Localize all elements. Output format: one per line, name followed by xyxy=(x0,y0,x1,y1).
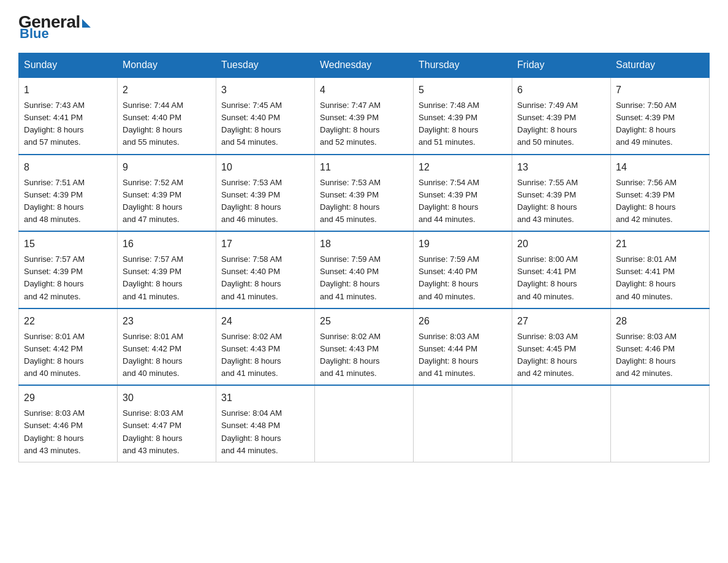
calendar-cell xyxy=(611,385,710,462)
calendar-cell: 25Sunrise: 8:02 AMSunset: 4:43 PMDayligh… xyxy=(315,308,414,386)
day-detail: Sunrise: 7:47 AMSunset: 4:39 PMDaylight:… xyxy=(320,99,408,149)
day-number: 24 xyxy=(221,314,309,329)
calendar-cell: 10Sunrise: 7:53 AMSunset: 4:39 PMDayligh… xyxy=(216,155,315,232)
day-detail: Sunrise: 7:57 AMSunset: 4:39 PMDaylight:… xyxy=(123,253,211,303)
day-detail: Sunrise: 8:03 AMSunset: 4:46 PMDaylight:… xyxy=(616,331,704,380)
day-detail: Sunrise: 7:59 AMSunset: 4:40 PMDaylight:… xyxy=(320,253,408,303)
weekday-header-thursday: Thursday xyxy=(414,53,512,78)
logo-blue-text: Blue xyxy=(20,26,49,42)
day-number: 27 xyxy=(517,314,605,329)
calendar-cell: 18Sunrise: 7:59 AMSunset: 4:40 PMDayligh… xyxy=(315,231,414,308)
calendar-cell: 9Sunrise: 7:52 AMSunset: 4:39 PMDaylight… xyxy=(118,155,216,232)
calendar-cell: 5Sunrise: 7:48 AMSunset: 4:39 PMDaylight… xyxy=(414,77,512,155)
day-number: 9 xyxy=(123,160,211,175)
logo: General General Blue xyxy=(18,12,91,42)
calendar-cell xyxy=(512,385,611,462)
day-detail: Sunrise: 7:48 AMSunset: 4:39 PMDaylight:… xyxy=(419,99,507,149)
calendar-cell: 3Sunrise: 7:45 AMSunset: 4:40 PMDaylight… xyxy=(216,77,315,155)
day-detail: Sunrise: 8:00 AMSunset: 4:41 PMDaylight:… xyxy=(517,253,605,303)
day-number: 11 xyxy=(320,160,408,175)
day-detail: Sunrise: 7:51 AMSunset: 4:39 PMDaylight:… xyxy=(24,177,112,226)
calendar-cell: 20Sunrise: 8:00 AMSunset: 4:41 PMDayligh… xyxy=(512,231,611,308)
calendar-week-1: 1Sunrise: 7:43 AMSunset: 4:41 PMDaylight… xyxy=(19,77,710,155)
calendar-cell: 28Sunrise: 8:03 AMSunset: 4:46 PMDayligh… xyxy=(611,308,710,386)
calendar-week-2: 8Sunrise: 7:51 AMSunset: 4:39 PMDaylight… xyxy=(19,155,710,232)
calendar-cell: 8Sunrise: 7:51 AMSunset: 4:39 PMDaylight… xyxy=(19,155,118,232)
weekday-header-saturday: Saturday xyxy=(611,53,710,78)
calendar-cell: 21Sunrise: 8:01 AMSunset: 4:41 PMDayligh… xyxy=(611,231,710,308)
day-detail: Sunrise: 7:53 AMSunset: 4:39 PMDaylight:… xyxy=(320,177,408,226)
day-number: 8 xyxy=(24,160,112,175)
calendar-cell xyxy=(414,385,512,462)
calendar-cell: 14Sunrise: 7:56 AMSunset: 4:39 PMDayligh… xyxy=(611,155,710,232)
day-number: 21 xyxy=(616,237,704,251)
day-detail: Sunrise: 7:52 AMSunset: 4:39 PMDaylight:… xyxy=(123,177,211,226)
calendar-cell: 15Sunrise: 7:57 AMSunset: 4:39 PMDayligh… xyxy=(19,231,118,308)
day-number: 20 xyxy=(517,237,605,251)
day-detail: Sunrise: 8:01 AMSunset: 4:42 PMDaylight:… xyxy=(24,331,112,380)
day-detail: Sunrise: 7:49 AMSunset: 4:39 PMDaylight:… xyxy=(517,99,605,149)
day-number: 31 xyxy=(221,391,309,405)
day-number: 12 xyxy=(419,160,507,175)
weekday-header-sunday: Sunday xyxy=(19,53,118,78)
calendar-cell: 13Sunrise: 7:55 AMSunset: 4:39 PMDayligh… xyxy=(512,155,611,232)
day-detail: Sunrise: 7:44 AMSunset: 4:40 PMDaylight:… xyxy=(123,99,211,149)
calendar-cell: 4Sunrise: 7:47 AMSunset: 4:39 PMDaylight… xyxy=(315,77,414,155)
day-detail: Sunrise: 7:54 AMSunset: 4:39 PMDaylight:… xyxy=(419,177,507,226)
day-number: 4 xyxy=(320,83,408,98)
day-detail: Sunrise: 8:03 AMSunset: 4:45 PMDaylight:… xyxy=(517,331,605,380)
day-detail: Sunrise: 8:03 AMSunset: 4:44 PMDaylight:… xyxy=(419,331,507,380)
day-number: 29 xyxy=(24,391,112,405)
weekday-header-monday: Monday xyxy=(118,53,216,78)
day-detail: Sunrise: 7:45 AMSunset: 4:40 PMDaylight:… xyxy=(221,99,309,149)
day-detail: Sunrise: 8:03 AMSunset: 4:47 PMDaylight:… xyxy=(123,407,211,457)
calendar-table: SundayMondayTuesdayWednesdayThursdayFrid… xyxy=(18,53,710,462)
day-number: 17 xyxy=(221,237,309,251)
calendar-cell: 12Sunrise: 7:54 AMSunset: 4:39 PMDayligh… xyxy=(414,155,512,232)
calendar-cell: 7Sunrise: 7:50 AMSunset: 4:39 PMDaylight… xyxy=(611,77,710,155)
day-number: 18 xyxy=(320,237,408,251)
weekday-header-wednesday: Wednesday xyxy=(315,53,414,78)
calendar-cell: 6Sunrise: 7:49 AMSunset: 4:39 PMDaylight… xyxy=(512,77,611,155)
calendar-cell: 24Sunrise: 8:02 AMSunset: 4:43 PMDayligh… xyxy=(216,308,315,386)
calendar-cell: 22Sunrise: 8:01 AMSunset: 4:42 PMDayligh… xyxy=(19,308,118,386)
day-number: 30 xyxy=(123,391,211,405)
day-detail: Sunrise: 8:01 AMSunset: 4:41 PMDaylight:… xyxy=(616,253,704,303)
calendar-cell xyxy=(315,385,414,462)
calendar-week-3: 15Sunrise: 7:57 AMSunset: 4:39 PMDayligh… xyxy=(19,231,710,308)
calendar-cell: 17Sunrise: 7:58 AMSunset: 4:40 PMDayligh… xyxy=(216,231,315,308)
day-detail: Sunrise: 8:03 AMSunset: 4:46 PMDaylight:… xyxy=(24,407,112,457)
calendar-cell: 27Sunrise: 8:03 AMSunset: 4:45 PMDayligh… xyxy=(512,308,611,386)
day-number: 16 xyxy=(123,237,211,251)
weekday-header-tuesday: Tuesday xyxy=(216,53,315,78)
day-number: 2 xyxy=(123,83,211,98)
calendar-cell: 16Sunrise: 7:57 AMSunset: 4:39 PMDayligh… xyxy=(118,231,216,308)
day-number: 5 xyxy=(419,83,507,98)
calendar-week-5: 29Sunrise: 8:03 AMSunset: 4:46 PMDayligh… xyxy=(19,385,710,462)
day-number: 10 xyxy=(221,160,309,175)
calendar-cell: 23Sunrise: 8:01 AMSunset: 4:42 PMDayligh… xyxy=(118,308,216,386)
day-number: 23 xyxy=(123,314,211,329)
logo-triangle-icon xyxy=(82,19,91,28)
day-detail: Sunrise: 7:57 AMSunset: 4:39 PMDaylight:… xyxy=(24,253,112,303)
calendar-cell: 30Sunrise: 8:03 AMSunset: 4:47 PMDayligh… xyxy=(118,385,216,462)
day-number: 13 xyxy=(517,160,605,175)
day-number: 22 xyxy=(24,314,112,329)
calendar-cell: 1Sunrise: 7:43 AMSunset: 4:41 PMDaylight… xyxy=(19,77,118,155)
day-number: 3 xyxy=(221,83,309,98)
calendar-cell: 19Sunrise: 7:59 AMSunset: 4:40 PMDayligh… xyxy=(414,231,512,308)
day-detail: Sunrise: 7:53 AMSunset: 4:39 PMDaylight:… xyxy=(221,177,309,226)
day-number: 28 xyxy=(616,314,704,329)
day-detail: Sunrise: 8:04 AMSunset: 4:48 PMDaylight:… xyxy=(221,407,309,457)
day-number: 14 xyxy=(616,160,704,175)
weekday-header-friday: Friday xyxy=(512,53,611,78)
day-number: 15 xyxy=(24,237,112,251)
day-detail: Sunrise: 7:59 AMSunset: 4:40 PMDaylight:… xyxy=(419,253,507,303)
weekday-header-row: SundayMondayTuesdayWednesdayThursdayFrid… xyxy=(19,53,710,78)
day-number: 25 xyxy=(320,314,408,329)
calendar-cell: 29Sunrise: 8:03 AMSunset: 4:46 PMDayligh… xyxy=(19,385,118,462)
day-detail: Sunrise: 8:02 AMSunset: 4:43 PMDaylight:… xyxy=(320,331,408,380)
day-detail: Sunrise: 7:43 AMSunset: 4:41 PMDaylight:… xyxy=(24,99,112,149)
day-number: 7 xyxy=(616,83,704,98)
calendar-week-4: 22Sunrise: 8:01 AMSunset: 4:42 PMDayligh… xyxy=(19,308,710,386)
